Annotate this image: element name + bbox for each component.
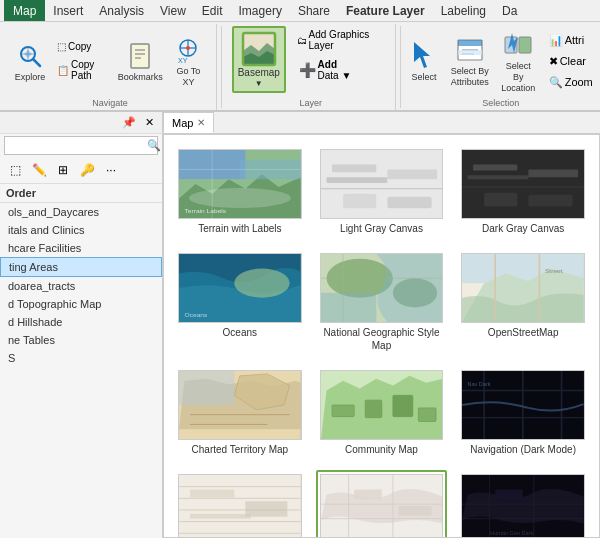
svg-rect-4 bbox=[131, 44, 149, 68]
selection-group: Select Select ByAttributes bbox=[405, 24, 596, 110]
svg-rect-42 bbox=[468, 175, 529, 179]
clear-button[interactable]: ✖ Clear bbox=[544, 52, 598, 71]
basemap-navdark[interactable]: Nav Dark Navigation (Dark Mode) bbox=[457, 366, 589, 460]
select-by-loc-button[interactable]: Select ByLocation bbox=[495, 26, 542, 96]
main-area: 📌 ✕ 🔍 ▼ ⬚ ✏️ ⊞ 🔑 ··· Order ols_and_Dayca… bbox=[0, 112, 600, 538]
menu-share[interactable]: Share bbox=[290, 0, 338, 21]
basemap-newspaper[interactable]: Newspaper Map bbox=[174, 470, 306, 538]
layer-topographic[interactable]: d Topographic Map bbox=[0, 295, 162, 313]
svg-marker-17 bbox=[414, 42, 430, 68]
zoom-button[interactable]: 🔍 Zoom bbox=[544, 73, 598, 92]
search-icon: 🔍 bbox=[147, 139, 161, 152]
explore-label: Explore bbox=[15, 72, 46, 83]
svg-rect-53 bbox=[321, 293, 376, 322]
layer-tools[interactable]: ols_and_Daycares bbox=[0, 203, 162, 221]
explore-button[interactable]: Explore bbox=[10, 37, 50, 86]
menu-map[interactable]: Map bbox=[4, 0, 45, 21]
svg-rect-87 bbox=[245, 501, 287, 517]
svg-rect-40 bbox=[462, 150, 584, 218]
svg-text:XY: XY bbox=[178, 57, 188, 64]
layer-voting[interactable]: ting Areas bbox=[0, 257, 162, 277]
select-by-loc-icon bbox=[502, 29, 534, 61]
panel-icons: ⬚ ✏️ ⊞ 🔑 ··· bbox=[0, 157, 162, 184]
panel-icon-3[interactable]: ⊞ bbox=[52, 159, 74, 181]
map-tab-close[interactable]: ✕ bbox=[197, 117, 205, 128]
basemap-button[interactable]: Basemap ▼ bbox=[232, 26, 285, 93]
map-tab[interactable]: Map ✕ bbox=[163, 112, 214, 133]
basemap-oceans-label: Oceans bbox=[223, 326, 257, 339]
goto-xy-button[interactable]: XY Go To XY bbox=[167, 31, 210, 91]
basemap-humangeo-dark[interactable]: Human Geo Dark Human Geography Dark Map bbox=[457, 470, 589, 538]
menu-labeling[interactable]: Labeling bbox=[433, 0, 494, 21]
goto-xy-icon: XY bbox=[172, 34, 204, 66]
menu-feature-layer[interactable]: Feature Layer bbox=[338, 0, 433, 21]
svg-rect-70 bbox=[365, 400, 382, 417]
svg-rect-63 bbox=[179, 371, 234, 405]
bookmarks-button[interactable]: Bookmarks bbox=[116, 37, 165, 86]
basemap-natgeo[interactable]: National Geographic Style Map bbox=[316, 249, 448, 356]
basemap-panel: Terrain Labels Terrain with Labels bbox=[163, 134, 600, 538]
layer-order-label: Order bbox=[0, 184, 162, 203]
map-tab-label: Map bbox=[172, 117, 193, 129]
layer-census[interactable]: doarea_tracts bbox=[0, 277, 162, 295]
svg-rect-71 bbox=[393, 395, 413, 416]
menu-insert[interactable]: Insert bbox=[45, 0, 91, 21]
basemap-humangeo-thumb bbox=[320, 474, 444, 538]
panel-close-button[interactable]: ✕ bbox=[140, 114, 158, 132]
sep2 bbox=[400, 26, 401, 108]
panel-icon-4[interactable]: 🔑 bbox=[76, 159, 98, 181]
basemap-oceans-thumb: Oceans bbox=[178, 253, 302, 323]
menu-view[interactable]: View bbox=[152, 0, 194, 21]
add-data-button[interactable]: ➕ Add Data ▼ bbox=[292, 56, 390, 84]
layer-hospitals[interactable]: itals and Clinics bbox=[0, 221, 162, 239]
add-data-label: Add bbox=[318, 59, 352, 70]
panel-icon-1[interactable]: ⬚ bbox=[4, 159, 26, 181]
pin-button[interactable]: 📌 bbox=[120, 114, 138, 132]
basemap-community[interactable]: Community Map bbox=[316, 366, 448, 460]
basemap-community-label: Community Map bbox=[345, 443, 418, 456]
copy-path-button[interactable]: 📋Copy Path bbox=[52, 56, 114, 84]
svg-rect-86 bbox=[190, 490, 234, 498]
attributes-button[interactable]: 📊 Attri bbox=[544, 31, 598, 50]
copy-button[interactable]: ⬚Copy bbox=[52, 38, 114, 55]
menu-edit[interactable]: Edit bbox=[194, 0, 231, 21]
layer-scene[interactable]: ne Tables bbox=[0, 331, 162, 349]
svg-rect-94 bbox=[354, 490, 382, 500]
panel-icon-more[interactable]: ··· bbox=[100, 159, 122, 181]
zoom-icon: 🔍 bbox=[549, 76, 563, 89]
select-by-attr-button[interactable]: Select ByAttributes bbox=[446, 31, 493, 91]
svg-text:Oceans: Oceans bbox=[185, 312, 208, 319]
menu-imagery[interactable]: Imagery bbox=[231, 0, 290, 21]
ribbon: Explore ⬚Copy 📋Copy Path bbox=[0, 22, 600, 112]
basemap-osm[interactable]: Street OpenStreetMap bbox=[457, 249, 589, 356]
layer-s[interactable]: S bbox=[0, 349, 162, 367]
layer-list: ols_and_Daycares itals and Clinics hcare… bbox=[0, 203, 162, 538]
navigate-group: Explore ⬚Copy 📋Copy Path bbox=[4, 24, 217, 110]
basemap-terrain[interactable]: Terrain Labels Terrain with Labels bbox=[174, 145, 306, 239]
panel-icon-2[interactable]: ✏️ bbox=[28, 159, 50, 181]
search-input[interactable] bbox=[9, 140, 147, 152]
layer-healthcare[interactable]: hcare Facilities bbox=[0, 239, 162, 257]
basemap-lightgray-label: Light Gray Canvas bbox=[340, 222, 423, 235]
bookmarks-label: Bookmarks bbox=[118, 72, 163, 83]
layer-buttons: Basemap ▼ 🗂 Add Graphics Layer ➕ Add Dat… bbox=[232, 26, 389, 96]
basemap-oceans[interactable]: Oceans Oceans bbox=[174, 249, 306, 356]
basemap-humangeo[interactable]: Human Geography Map bbox=[316, 470, 448, 538]
add-graphics-button[interactable]: 🗂 Add Graphics Layer bbox=[292, 26, 390, 54]
basemap-darkgray[interactable]: Dark Gray Canvas bbox=[457, 145, 589, 239]
basemap-navdark-label: Navigation (Dark Mode) bbox=[470, 443, 576, 456]
map-tab-bar: Map ✕ bbox=[163, 112, 600, 134]
basemap-lightgray[interactable]: Light Gray Canvas bbox=[316, 145, 448, 239]
select-button[interactable]: Select bbox=[404, 37, 445, 86]
basemap-charted-thumb bbox=[178, 370, 302, 440]
menu-analysis[interactable]: Analysis bbox=[91, 0, 152, 21]
clear-icon: ✖ bbox=[549, 55, 558, 68]
ribbon-content: Explore ⬚Copy 📋Copy Path bbox=[0, 22, 600, 112]
basemap-terrain-thumb: Terrain Labels bbox=[178, 149, 302, 219]
svg-rect-38 bbox=[343, 194, 376, 209]
layer-hillshade[interactable]: d Hillshade bbox=[0, 313, 162, 331]
menu-da[interactable]: Da bbox=[494, 0, 525, 21]
svg-text:Street: Street bbox=[545, 268, 563, 275]
basemap-newspaper-thumb bbox=[178, 474, 302, 538]
basemap-charted[interactable]: Charted Territory Map bbox=[174, 366, 306, 460]
